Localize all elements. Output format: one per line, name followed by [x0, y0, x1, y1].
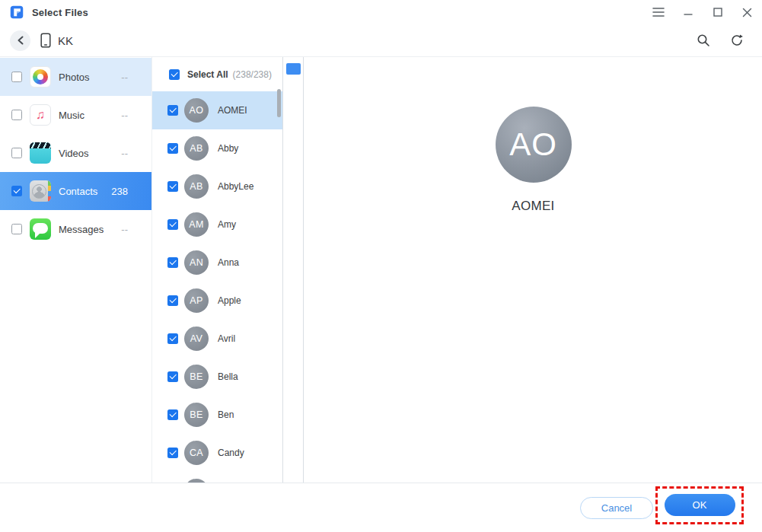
alphabet-letter[interactable]: [286, 63, 301, 75]
select-all-checkbox[interactable]: [169, 69, 180, 80]
search-icon[interactable]: [697, 33, 710, 47]
alphabet-letter[interactable]: [286, 317, 301, 329]
main-content: Photos -- Music -- Videos --: [0, 57, 762, 483]
alphabet-letter[interactable]: [286, 248, 301, 260]
close-button[interactable]: [732, 0, 762, 24]
sidebar-item[interactable]: Messages --: [0, 210, 151, 248]
alphabet-index: [283, 57, 304, 483]
contacts-icon: [30, 180, 51, 202]
contact-checkbox[interactable]: [167, 448, 178, 458]
refresh-icon[interactable]: [730, 33, 744, 47]
list-scrollbar-thumb[interactable]: [277, 89, 281, 117]
alphabet-letter[interactable]: [286, 364, 301, 375]
alphabet-letter[interactable]: [286, 179, 301, 190]
contact-checkbox[interactable]: [167, 371, 178, 382]
alphabet-letter[interactable]: [286, 167, 301, 179]
sidebar-item[interactable]: Music --: [0, 96, 151, 134]
window-title: Select Files: [32, 7, 88, 18]
toolbar: KK: [0, 24, 762, 57]
alphabet-letter[interactable]: [286, 190, 301, 202]
contact-avatar: AP: [184, 288, 209, 313]
contact-name: Anna: [218, 257, 239, 268]
alphabet-letter[interactable]: [286, 306, 301, 317]
alphabet-letter[interactable]: [286, 341, 301, 352]
back-chevron-icon: [17, 36, 24, 45]
category-label: Messages: [59, 224, 104, 235]
contact-detail-panel: AO AOMEI: [304, 57, 762, 483]
alphabet-letter[interactable]: [286, 132, 301, 144]
maximize-button[interactable]: [703, 0, 732, 24]
contact-checkbox[interactable]: [167, 143, 178, 154]
alphabet-letter[interactable]: [286, 98, 301, 110]
contact-name: Amy: [218, 219, 236, 230]
cancel-button[interactable]: Cancel: [580, 497, 653, 519]
contact-checkbox[interactable]: [167, 257, 178, 268]
contact-checkbox[interactable]: [167, 219, 178, 230]
category-checkbox[interactable]: [11, 148, 22, 158]
contact-checkbox[interactable]: [167, 409, 178, 420]
contact-row[interactable]: AB Abby: [152, 129, 282, 167]
contact-row[interactable]: AO AOMEI: [152, 91, 282, 129]
select-all-row[interactable]: Select All (238/238): [152, 57, 282, 91]
alphabet-letter[interactable]: [286, 110, 301, 121]
contact-detail-name: AOMEI: [304, 199, 762, 214]
contact-row[interactable]: BE Bella: [152, 358, 282, 396]
alphabet-letter[interactable]: [286, 213, 301, 225]
videos-icon: [30, 142, 51, 164]
alphabet-letter[interactable]: [286, 225, 301, 237]
contact-checkbox[interactable]: [167, 181, 178, 192]
music-icon: [30, 104, 51, 126]
alphabet-letter[interactable]: [286, 283, 301, 295]
sidebar-item[interactable]: Videos --: [0, 134, 151, 172]
contact-detail-avatar: AO: [496, 107, 572, 183]
menu-icon[interactable]: [643, 0, 673, 24]
category-checkbox[interactable]: [11, 224, 22, 234]
category-count: --: [121, 148, 128, 159]
window-controls: [643, 0, 762, 24]
photos-icon: [30, 66, 51, 88]
minimize-button[interactable]: [673, 0, 703, 24]
category-label: Music: [59, 110, 84, 121]
alphabet-letter[interactable]: [286, 352, 301, 364]
contact-checkbox[interactable]: [167, 333, 178, 344]
category-checkbox[interactable]: [11, 186, 22, 196]
category-checkbox[interactable]: [11, 110, 22, 120]
contact-row[interactable]: AB AbbyLee: [152, 167, 282, 205]
contact-row[interactable]: AP Apple: [152, 282, 282, 320]
contact-row[interactable]: CA Candy: [152, 434, 282, 472]
alphabet-letter[interactable]: [286, 237, 301, 248]
alphabet-letter[interactable]: [286, 295, 301, 306]
contact-avatar: BE: [184, 365, 209, 389]
contact-row[interactable]: AN Anna: [152, 244, 282, 282]
alphabet-letter[interactable]: [286, 156, 301, 167]
red-dashed-annotation: OK: [655, 486, 744, 524]
phone-icon: [40, 33, 51, 48]
contact-checkbox[interactable]: [167, 105, 178, 116]
contact-row[interactable]: BE Ben: [152, 396, 282, 434]
ok-button[interactable]: OK: [665, 494, 735, 516]
sidebar-item[interactable]: Photos --: [0, 58, 151, 96]
contact-name: Ben: [218, 409, 234, 420]
contact-avatar: AB: [184, 174, 209, 199]
category-checkbox[interactable]: [11, 72, 22, 82]
alphabet-letter[interactable]: [286, 202, 301, 213]
select-all-count: (238/238): [233, 69, 272, 80]
alphabet-letter[interactable]: [286, 75, 301, 86]
alphabet-letter[interactable]: [286, 271, 301, 282]
alphabet-letter[interactable]: [286, 260, 301, 271]
back-button[interactable]: [10, 30, 30, 51]
contact-avatar: BE: [184, 403, 209, 427]
contact-row[interactable]: AM Amy: [152, 205, 282, 244]
select-all-label: Select All: [187, 69, 228, 80]
alphabet-letter[interactable]: [286, 144, 301, 155]
sidebar-item[interactable]: Contacts 238: [0, 172, 151, 210]
contact-row[interactable]: AV Avril: [152, 320, 282, 358]
footer: Cancel OK: [0, 483, 762, 532]
category-sidebar: Photos -- Music -- Videos --: [0, 57, 152, 483]
contact-checkbox[interactable]: [167, 295, 178, 306]
device-name: KK: [58, 34, 73, 47]
alphabet-letter[interactable]: [286, 121, 301, 132]
alphabet-letter[interactable]: [286, 86, 301, 97]
category-label: Videos: [59, 148, 89, 159]
alphabet-letter[interactable]: [286, 329, 301, 340]
